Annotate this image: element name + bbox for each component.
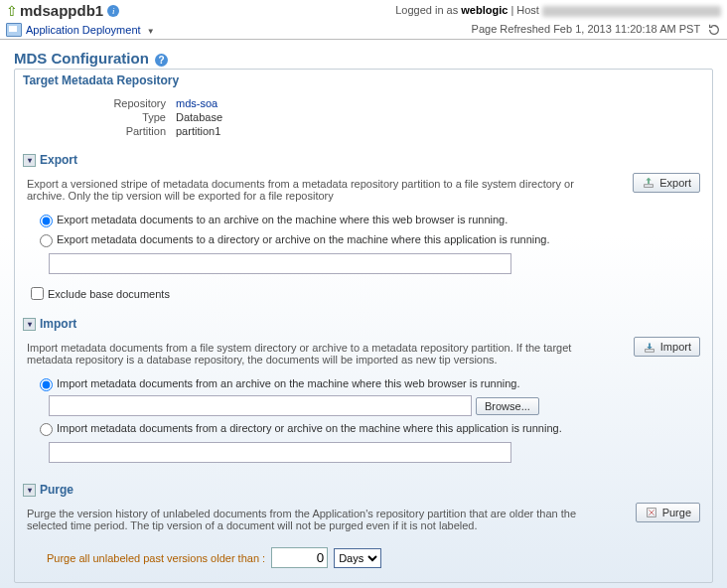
- disclose-icon[interactable]: ▾: [23, 484, 36, 497]
- refresh-icon[interactable]: [707, 23, 721, 37]
- host-label: Host: [516, 4, 539, 16]
- info-icon[interactable]: i: [107, 5, 119, 17]
- chevron-down-icon: ▼: [147, 27, 155, 36]
- purge-button[interactable]: Purge: [636, 503, 700, 522]
- app-name[interactable]: mdsappdb1: [20, 2, 103, 19]
- login-info: Logged in as weblogic | Host: [395, 4, 721, 17]
- export-icon: [642, 176, 655, 190]
- export-button[interactable]: Export: [633, 173, 700, 193]
- import-opt1-row[interactable]: Import metadata documents from an archiv…: [35, 375, 700, 391]
- subheader: Application Deployment ▼ Page Refreshed …: [0, 21, 727, 40]
- export-desc: Export a versioned stripe of metadata do…: [27, 178, 700, 202]
- target-title: Target Metadata Repository: [15, 70, 712, 91]
- partition-label: Partition: [27, 125, 176, 137]
- export-radio-directory-server[interactable]: [40, 234, 53, 247]
- deployment-icon: [6, 23, 22, 37]
- disclose-icon[interactable]: ▾: [23, 318, 36, 331]
- deployment-label: Application Deployment: [26, 24, 141, 36]
- up-arrow-icon[interactable]: ⇧: [6, 3, 18, 19]
- svg-rect-1: [645, 350, 654, 353]
- application-deployment-menu[interactable]: Application Deployment ▼: [26, 24, 155, 36]
- type-label: Type: [27, 111, 176, 123]
- export-body: Export Export a versioned stripe of meta…: [15, 171, 712, 313]
- section-target-repository: Target Metadata Repository Repositorymds…: [14, 69, 713, 583]
- import-opt1-label: Import metadata documents from an archiv…: [57, 377, 520, 389]
- login-user: weblogic: [461, 4, 508, 16]
- page-title: MDS Configuration ?: [14, 50, 713, 67]
- export-radio-archive-browser[interactable]: [40, 215, 53, 227]
- import-body: Import Import metadata documents from a …: [15, 335, 712, 479]
- refresh-info: Page Refreshed Feb 1, 2013 11:20:18 AM P…: [472, 23, 721, 37]
- purge-icon: [645, 506, 658, 519]
- exclude-base-checkbox[interactable]: [31, 287, 44, 300]
- content-area: MDS Configuration ? Target Metadata Repo…: [0, 40, 727, 588]
- import-radio-directory-server[interactable]: [40, 423, 53, 436]
- purge-desc: Purge the version history of unlabeled d…: [27, 508, 700, 531]
- purge-row-label: Purge all unlabeled past versions older …: [47, 552, 265, 564]
- export-opt2-label: Export metadata documents to a directory…: [57, 233, 550, 245]
- export-button-label: Export: [659, 177, 691, 189]
- export-path-input[interactable]: [49, 253, 511, 274]
- import-button[interactable]: Import: [634, 337, 700, 357]
- import-file-input[interactable]: [49, 395, 472, 416]
- import-icon: [643, 340, 656, 354]
- login-prefix: Logged in as: [395, 4, 458, 16]
- host-value-obscured: [542, 6, 721, 17]
- export-opt1-label: Export metadata documents to an archive …: [57, 214, 508, 225]
- purge-age-input[interactable]: [271, 547, 328, 568]
- import-header[interactable]: ▾ Import: [15, 313, 712, 335]
- browse-button[interactable]: Browse...: [476, 397, 539, 415]
- exclude-label: Exclude base documents: [48, 288, 170, 300]
- repo-link[interactable]: mds-soa: [176, 97, 218, 109]
- export-header[interactable]: ▾ Export: [15, 149, 712, 171]
- import-opt2-row[interactable]: Import metadata documents from a directo…: [35, 420, 700, 436]
- import-path-input[interactable]: [49, 442, 511, 463]
- purge-header[interactable]: ▾ Purge: [15, 479, 712, 501]
- page-title-text: MDS Configuration: [14, 50, 149, 67]
- refresh-time: Feb 1, 2013 11:20:18 AM PST: [553, 23, 700, 35]
- type-value: Database: [176, 111, 222, 123]
- purge-input-row: Purge all unlabeled past versions older …: [47, 547, 700, 568]
- purge-title: Purge: [40, 483, 73, 497]
- export-opt1-row[interactable]: Export metadata documents to an archive …: [35, 212, 700, 227]
- purge-unit-select[interactable]: Days: [334, 548, 381, 568]
- disclose-icon[interactable]: ▾: [23, 154, 36, 167]
- page-header: ⇧ mdsappdb1 i Logged in as weblogic | Ho…: [0, 0, 727, 21]
- refresh-prefix: Page Refreshed: [472, 23, 551, 35]
- repo-label: Repository: [27, 97, 176, 109]
- import-opt2-label: Import metadata documents from a directo…: [57, 422, 562, 434]
- purge-body: Purge Purge the version history of unlab…: [15, 501, 712, 582]
- import-title: Import: [40, 317, 76, 331]
- import-desc: Import metadata documents from a file sy…: [27, 342, 700, 366]
- import-radio-archive-browser[interactable]: [40, 378, 53, 391]
- purge-button-label: Purge: [662, 507, 691, 518]
- export-opt2-row[interactable]: Export metadata documents to a directory…: [35, 231, 700, 247]
- exclude-row[interactable]: Exclude base documents: [27, 284, 700, 303]
- partition-value: partition1: [176, 125, 220, 137]
- export-title: Export: [40, 153, 77, 167]
- help-icon[interactable]: ?: [155, 54, 168, 67]
- svg-rect-0: [645, 185, 654, 188]
- import-button-label: Import: [660, 341, 691, 353]
